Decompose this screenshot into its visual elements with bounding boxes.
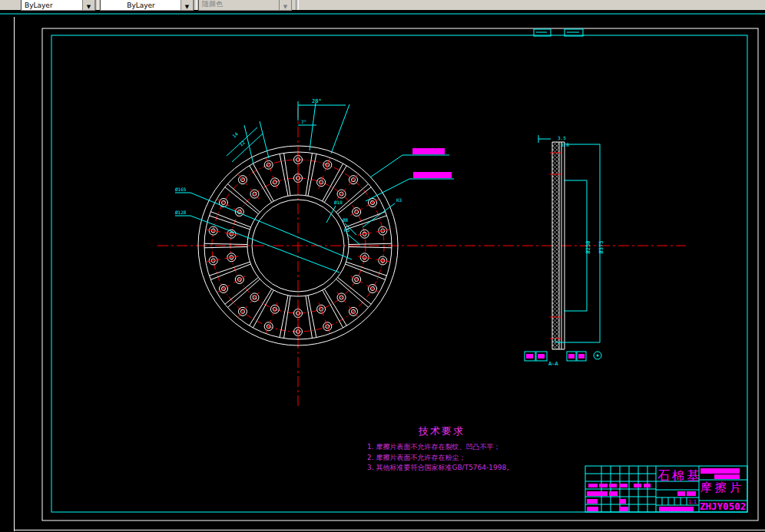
dim-len-14: 14 <box>231 131 239 138</box>
redacted-field <box>587 507 598 511</box>
section-dimensions: 3.5 378 Ø375 Ø250 <box>538 135 604 342</box>
dim-dia-250: Ø250 <box>585 241 591 254</box>
cad-drawing-canvas[interactable]: 20° 7° 14 12 Ø165 Ø128 Ø10 Ø8 R5 <box>0 0 765 532</box>
redacted-field <box>700 468 740 474</box>
redacted-field <box>620 499 626 504</box>
redacted-field <box>587 491 608 496</box>
dim-angle-20: 20° <box>312 98 322 104</box>
title-block-material: 石棉基 <box>657 468 701 483</box>
title-block-drawing-no: ZHJY0502 <box>700 501 746 512</box>
callout-redaction-bar <box>413 172 452 178</box>
cad-application-window: ByLayer ▼ ByLayer ▼ 随颜色 ▼ <box>0 0 765 532</box>
dim-hole-r5: R5 <box>344 227 350 233</box>
redacted-field <box>714 474 740 479</box>
dim-len-12: 12 <box>238 139 246 147</box>
redacted-field <box>609 484 617 487</box>
angular-dimensions: 20° 7° <box>298 98 349 154</box>
highlighted-callouts <box>366 148 454 201</box>
dim-thickness: 3.5 <box>558 135 566 140</box>
right-hole-leaders: Ø10 Ø8 R5 R3 <box>326 197 402 244</box>
redacted-field <box>588 484 598 487</box>
redacted-field <box>677 491 685 496</box>
dim-dia-375: Ø375 <box>598 241 604 254</box>
redacted-field <box>587 499 598 504</box>
title-block-scale: 1:1 <box>688 499 697 505</box>
dim-hole-dia8: Ø8 <box>343 217 349 223</box>
dim-hole-r3: R3 <box>396 197 402 203</box>
redacted-field <box>599 484 608 487</box>
dim-dia-165: Ø165 <box>175 187 187 192</box>
dim-dia-128: Ø128 <box>175 210 187 215</box>
title-block: 石棉基 摩擦片 ZHJY0502 1:1 <box>585 466 747 512</box>
dim-hole-dia10: Ø10 <box>334 200 343 205</box>
roughness-symbols: A—A <box>525 352 601 367</box>
redacted-field <box>609 491 618 496</box>
notes-title: 技术要求 <box>418 425 465 437</box>
section-label: A—A <box>548 361 558 367</box>
note-line-3: 3. 其他标准要符合国家标准GB/T5764-1998。 <box>367 464 513 471</box>
redacted-field <box>644 484 651 487</box>
redacted-field <box>620 484 628 487</box>
left-diameter-leaders: Ø165 Ø128 <box>175 187 352 273</box>
callout-redaction-bar <box>412 148 445 154</box>
redacted-field <box>634 484 641 487</box>
note-line-1: 1. 摩擦片表面不允许存在裂纹、凹凸不平； <box>367 443 500 451</box>
redacted-field <box>659 507 694 511</box>
technical-notes: 技术要求 1. 摩擦片表面不允许存在裂纹、凹凸不平； 2. 摩擦片表面不允许存在… <box>367 425 513 471</box>
dim-angle-7: 7° <box>301 119 306 124</box>
redacted-field <box>620 507 628 511</box>
note-line-2: 2. 摩擦片表面不允许存在粉尘； <box>367 454 465 461</box>
slant-dimensions: 14 12 <box>227 121 269 164</box>
title-block-part-name: 摩擦片 <box>700 481 744 494</box>
redacted-field <box>687 491 696 496</box>
inner-border-frame <box>51 35 747 512</box>
